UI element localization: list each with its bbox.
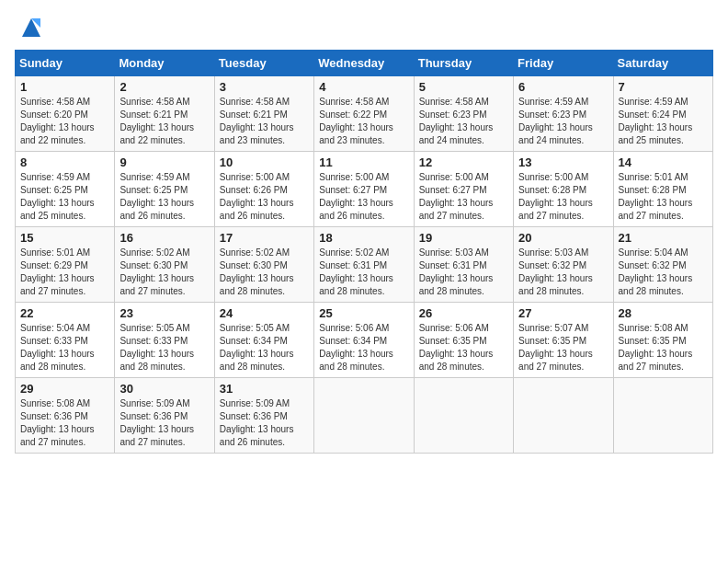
day-detail: Sunrise: 5:04 AM Sunset: 6:33 PM Dayligh… [20,322,109,373]
day-of-week-saturday: Saturday [613,51,712,76]
calendar-cell: 31 Sunrise: 5:09 AM Sunset: 6:36 PM Dayl… [214,378,313,454]
day-of-week-wednesday: Wednesday [314,51,414,76]
calendar-cell: 8 Sunrise: 4:59 AM Sunset: 6:25 PM Dayli… [16,152,115,227]
calendar-cell: 5 Sunrise: 4:58 AM Sunset: 6:23 PM Dayli… [414,76,513,152]
calendar-cell: 24 Sunrise: 5:05 AM Sunset: 6:34 PM Dayl… [214,303,313,378]
day-detail: Sunrise: 5:02 AM Sunset: 6:30 PM Dayligh… [220,247,309,298]
calendar-cell: 2 Sunrise: 4:58 AM Sunset: 6:21 PM Dayli… [115,76,214,152]
day-number: 20 [518,231,608,245]
day-detail: Sunrise: 5:08 AM Sunset: 6:36 PM Dayligh… [20,397,109,449]
day-detail: Sunrise: 5:01 AM Sunset: 6:28 PM Dayligh… [619,171,708,223]
day-detail: Sunrise: 5:08 AM Sunset: 6:35 PM Dayligh… [619,322,708,373]
day-number: 17 [220,231,309,245]
calendar-cell: 12 Sunrise: 5:00 AM Sunset: 6:27 PM Dayl… [414,152,513,227]
day-number: 31 [220,382,309,396]
calendar-cell: 1 Sunrise: 4:58 AM Sunset: 6:20 PM Dayli… [16,76,115,152]
calendar: SundayMondayTuesdayWednesdayThursdayFrid… [15,50,713,454]
day-number: 15 [20,231,109,245]
day-number: 29 [20,382,109,396]
calendar-cell: 17 Sunrise: 5:02 AM Sunset: 6:30 PM Dayl… [214,227,313,303]
calendar-cell: 6 Sunrise: 4:59 AM Sunset: 6:23 PM Dayli… [514,76,613,152]
day-detail: Sunrise: 4:58 AM Sunset: 6:21 PM Dayligh… [119,96,209,147]
day-of-week-monday: Monday [115,51,214,76]
day-detail: Sunrise: 4:58 AM Sunset: 6:22 PM Dayligh… [319,96,408,147]
calendar-cell: 18 Sunrise: 5:02 AM Sunset: 6:31 PM Dayl… [314,227,414,303]
calendar-cell: 25 Sunrise: 5:06 AM Sunset: 6:34 PM Dayl… [314,303,414,378]
calendar-week-1: 1 Sunrise: 4:58 AM Sunset: 6:20 PM Dayli… [16,76,713,152]
calendar-cell: 28 Sunrise: 5:08 AM Sunset: 6:35 PM Dayl… [613,303,712,378]
calendar-cell: 10 Sunrise: 5:00 AM Sunset: 6:26 PM Dayl… [214,152,313,227]
calendar-cell: 29 Sunrise: 5:08 AM Sunset: 6:36 PM Dayl… [16,378,115,454]
day-detail: Sunrise: 5:02 AM Sunset: 6:31 PM Dayligh… [319,247,408,298]
day-of-week-friday: Friday [514,51,613,76]
calendar-week-2: 8 Sunrise: 4:59 AM Sunset: 6:25 PM Dayli… [16,152,713,227]
day-detail: Sunrise: 5:03 AM Sunset: 6:31 PM Dayligh… [419,247,508,298]
day-number: 9 [119,155,209,169]
day-number: 3 [220,80,309,94]
day-detail: Sunrise: 5:00 AM Sunset: 6:27 PM Dayligh… [419,171,508,223]
day-detail: Sunrise: 5:06 AM Sunset: 6:34 PM Dayligh… [319,322,408,373]
day-number: 1 [20,80,109,94]
day-detail: Sunrise: 5:02 AM Sunset: 6:30 PM Dayligh… [119,247,209,298]
day-number: 30 [119,382,209,396]
calendar-cell: 27 Sunrise: 5:07 AM Sunset: 6:35 PM Dayl… [514,303,613,378]
calendar-cell: 14 Sunrise: 5:01 AM Sunset: 6:28 PM Dayl… [613,152,712,227]
day-number: 2 [119,80,209,94]
day-number: 28 [619,306,708,320]
day-detail: Sunrise: 5:09 AM Sunset: 6:36 PM Dayligh… [119,397,209,449]
calendar-cell: 11 Sunrise: 5:00 AM Sunset: 6:27 PM Dayl… [314,152,414,227]
day-detail: Sunrise: 4:59 AM Sunset: 6:25 PM Dayligh… [119,171,209,223]
day-detail: Sunrise: 5:01 AM Sunset: 6:29 PM Dayligh… [20,247,109,298]
day-detail: Sunrise: 5:00 AM Sunset: 6:28 PM Dayligh… [518,171,608,223]
day-detail: Sunrise: 4:58 AM Sunset: 6:21 PM Dayligh… [220,96,309,147]
calendar-cell: 19 Sunrise: 5:03 AM Sunset: 6:31 PM Dayl… [414,227,513,303]
calendar-cell: 21 Sunrise: 5:04 AM Sunset: 6:32 PM Dayl… [613,227,712,303]
logo [15,15,44,40]
day-number: 24 [220,306,309,320]
calendar-cell: 22 Sunrise: 5:04 AM Sunset: 6:33 PM Dayl… [16,303,115,378]
day-number: 6 [518,80,608,94]
calendar-cell: 9 Sunrise: 4:59 AM Sunset: 6:25 PM Dayli… [115,152,214,227]
calendar-cell: 15 Sunrise: 5:01 AM Sunset: 6:29 PM Dayl… [16,227,115,303]
day-detail: Sunrise: 5:03 AM Sunset: 6:32 PM Dayligh… [518,247,608,298]
day-detail: Sunrise: 5:05 AM Sunset: 6:33 PM Dayligh… [119,322,209,373]
calendar-cell: 20 Sunrise: 5:03 AM Sunset: 6:32 PM Dayl… [514,227,613,303]
day-detail: Sunrise: 5:05 AM Sunset: 6:34 PM Dayligh… [220,322,309,373]
day-number: 5 [419,80,508,94]
calendar-header-row: SundayMondayTuesdayWednesdayThursdayFrid… [16,51,713,76]
calendar-cell [414,378,513,454]
calendar-cell [613,378,712,454]
day-detail: Sunrise: 5:00 AM Sunset: 6:27 PM Dayligh… [319,171,408,223]
day-detail: Sunrise: 5:00 AM Sunset: 6:26 PM Dayligh… [220,171,309,223]
calendar-cell: 26 Sunrise: 5:06 AM Sunset: 6:35 PM Dayl… [414,303,513,378]
calendar-cell: 4 Sunrise: 4:58 AM Sunset: 6:22 PM Dayli… [314,76,414,152]
calendar-cell [314,378,414,454]
day-number: 23 [119,306,209,320]
day-detail: Sunrise: 4:59 AM Sunset: 6:24 PM Dayligh… [619,96,708,147]
day-number: 10 [220,155,309,169]
day-number: 16 [119,231,209,245]
day-number: 26 [419,306,508,320]
calendar-week-4: 22 Sunrise: 5:04 AM Sunset: 6:33 PM Dayl… [16,303,713,378]
day-number: 4 [319,80,408,94]
day-number: 18 [319,231,408,245]
day-number: 21 [619,231,708,245]
calendar-cell: 13 Sunrise: 5:00 AM Sunset: 6:28 PM Dayl… [514,152,613,227]
calendar-week-3: 15 Sunrise: 5:01 AM Sunset: 6:29 PM Dayl… [16,227,713,303]
calendar-cell: 30 Sunrise: 5:09 AM Sunset: 6:36 PM Dayl… [115,378,214,454]
day-of-week-tuesday: Tuesday [214,51,313,76]
day-number: 11 [319,155,408,169]
day-number: 19 [419,231,508,245]
day-number: 7 [619,80,708,94]
day-number: 13 [518,155,608,169]
day-detail: Sunrise: 5:06 AM Sunset: 6:35 PM Dayligh… [419,322,508,373]
logo-icon [18,15,44,40]
calendar-cell: 7 Sunrise: 4:59 AM Sunset: 6:24 PM Dayli… [613,76,712,152]
calendar-cell [514,378,613,454]
day-of-week-sunday: Sunday [16,51,115,76]
calendar-cell: 23 Sunrise: 5:05 AM Sunset: 6:33 PM Dayl… [115,303,214,378]
header [15,15,713,40]
day-number: 22 [20,306,109,320]
day-detail: Sunrise: 5:09 AM Sunset: 6:36 PM Dayligh… [220,397,309,449]
day-detail: Sunrise: 5:07 AM Sunset: 6:35 PM Dayligh… [518,322,608,373]
